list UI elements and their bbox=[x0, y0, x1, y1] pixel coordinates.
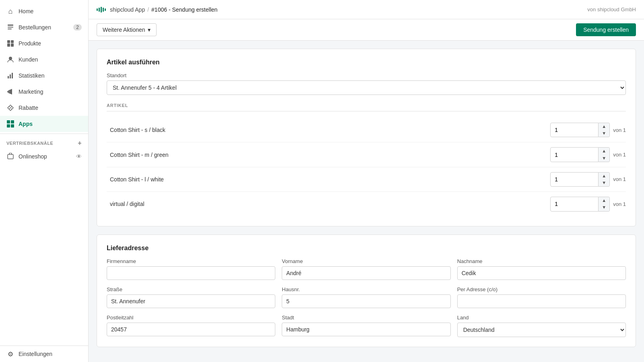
von-label: von 1 bbox=[613, 127, 626, 133]
strasse-input[interactable] bbox=[107, 294, 275, 308]
von-label: von 1 bbox=[613, 176, 626, 182]
svg-point-15 bbox=[11, 109, 12, 109]
sidebar-item-statistiken[interactable]: Statistiken bbox=[0, 68, 88, 84]
land-label: Land bbox=[457, 315, 626, 321]
stadt-input[interactable] bbox=[282, 323, 450, 336]
lieferadresse-title: Lieferadresse bbox=[107, 245, 626, 252]
qty-wrapper: ▲ ▼ von 1 bbox=[550, 147, 626, 162]
firmenname-input[interactable] bbox=[107, 266, 275, 280]
land-field: Land Deutschland Österreich Schweiz bbox=[457, 315, 626, 337]
qty-input[interactable] bbox=[550, 197, 599, 211]
qty-group: ▲ ▼ bbox=[550, 123, 610, 137]
onlineshop-visibility-icon[interactable]: 👁 bbox=[76, 153, 82, 160]
qty-down-button[interactable]: ▼ bbox=[599, 155, 609, 162]
postleitzahl-field: Postleitzahl bbox=[107, 315, 275, 337]
artikel-card: Artikel ausführen Standort St. Annenufer… bbox=[97, 49, 636, 226]
svg-rect-5 bbox=[7, 40, 10, 43]
lieferadresse-form-row3: Postleitzahl Stadt Land Deutschland Öste… bbox=[107, 315, 626, 337]
qty-input[interactable] bbox=[550, 147, 599, 162]
standort-select[interactable]: St. Annenufer 5 - 4 Artikel bbox=[107, 80, 626, 95]
provider-label: von shipcloud GmbH bbox=[587, 6, 636, 12]
sidebar-item-home[interactable]: ⌂ Home bbox=[0, 3, 88, 19]
hausnr-field: Hausnr. bbox=[282, 286, 450, 308]
qty-up-button[interactable]: ▲ bbox=[599, 197, 609, 204]
svg-rect-0 bbox=[8, 25, 13, 26]
qty-group: ▲ ▼ bbox=[550, 197, 610, 211]
table-row: virtual / digital ▲ ▼ von 1 bbox=[107, 192, 626, 216]
article-name: virtual / digital bbox=[107, 201, 550, 207]
qty-group: ▲ ▼ bbox=[550, 147, 610, 162]
sidebar-item-settings[interactable]: ⚙ Einstellungen bbox=[0, 346, 88, 362]
marketing-icon bbox=[6, 88, 14, 96]
sidebar-item-produkte[interactable]: Produkte bbox=[0, 35, 88, 51]
sidebar: ⌂ Home Bestellungen 2 Produkte Kunden bbox=[0, 0, 89, 362]
svg-rect-16 bbox=[8, 154, 13, 159]
page-content: Artikel ausführen Standort St. Annenufer… bbox=[89, 41, 644, 362]
top-bar: shipcloud App / #1006 - Sendung erstelle… bbox=[89, 0, 644, 19]
sidebar-item-bestellungen[interactable]: Bestellungen 2 bbox=[0, 19, 88, 35]
sidebar-item-marketing[interactable]: Marketing bbox=[0, 84, 88, 100]
add-channel-icon[interactable]: + bbox=[78, 140, 82, 147]
svg-rect-10 bbox=[12, 73, 13, 78]
stadt-field: Stadt bbox=[282, 315, 450, 337]
products-icon bbox=[6, 39, 14, 47]
sidebar-item-onlineshop[interactable]: Onlineshop 👁 bbox=[0, 148, 88, 165]
artikel-header: ARTIKEL bbox=[107, 103, 626, 111]
svg-rect-2 bbox=[8, 29, 12, 29]
vertriebskanaele-section: VERTRIEBSKANÄLE + bbox=[0, 136, 88, 148]
qty-up-button[interactable]: ▲ bbox=[599, 123, 609, 130]
sidebar-item-rabatte[interactable]: Rabatte bbox=[0, 100, 88, 116]
svg-point-12 bbox=[7, 91, 9, 93]
strasse-label: Straße bbox=[107, 286, 275, 292]
nachname-field: Nachname bbox=[457, 258, 626, 280]
vorname-input[interactable] bbox=[282, 266, 450, 280]
firmenname-label: Firmenname bbox=[107, 258, 275, 264]
svg-rect-3 bbox=[7, 43, 10, 47]
qty-down-button[interactable]: ▼ bbox=[599, 204, 609, 211]
qty-wrapper: ▲ ▼ von 1 bbox=[550, 172, 626, 187]
onlineshop-icon bbox=[6, 152, 14, 160]
nachname-input[interactable] bbox=[457, 266, 626, 280]
qty-input[interactable] bbox=[550, 172, 599, 187]
firmenname-field: Firmenname bbox=[107, 258, 275, 280]
qty-up-button[interactable]: ▲ bbox=[599, 148, 609, 154]
qty-stepper: ▲ ▼ bbox=[599, 147, 610, 162]
postleitzahl-label: Postleitzahl bbox=[107, 315, 275, 321]
postleitzahl-input[interactable] bbox=[107, 323, 275, 336]
svg-point-13 bbox=[9, 107, 10, 107]
customers-icon bbox=[6, 56, 14, 64]
shipcloud-logo bbox=[97, 7, 106, 12]
svg-rect-4 bbox=[11, 43, 14, 47]
svg-rect-6 bbox=[11, 40, 14, 43]
qty-wrapper: ▲ ▼ von 1 bbox=[550, 197, 626, 211]
table-row: Cotton Shirt - s / black ▲ ▼ von 1 bbox=[107, 118, 626, 142]
svg-rect-9 bbox=[10, 74, 11, 78]
von-label: von 1 bbox=[613, 152, 626, 158]
land-select[interactable]: Deutschland Österreich Schweiz bbox=[457, 323, 626, 337]
svg-point-7 bbox=[9, 57, 12, 60]
qty-wrapper: ▲ ▼ von 1 bbox=[550, 123, 626, 137]
lieferadresse-form-row2: Straße Hausnr. Per Adresse (c/o) bbox=[107, 286, 626, 308]
weitere-aktionen-button[interactable]: Weitere Aktionen ▾ bbox=[97, 23, 157, 36]
per-adresse-input[interactable] bbox=[457, 294, 626, 308]
svg-rect-1 bbox=[8, 27, 13, 28]
home-icon: ⌂ bbox=[6, 7, 14, 15]
page-title: #1006 - Sendung erstellen bbox=[151, 6, 217, 13]
qty-input[interactable] bbox=[550, 123, 599, 137]
qty-down-button[interactable]: ▼ bbox=[599, 130, 609, 137]
qty-up-button[interactable]: ▲ bbox=[599, 173, 609, 179]
sidebar-item-kunden[interactable]: Kunden bbox=[0, 51, 88, 68]
table-row: Cotton Shirt - l / white ▲ ▼ von 1 bbox=[107, 167, 626, 192]
app-name: shipcloud App bbox=[110, 6, 145, 13]
orders-icon bbox=[6, 23, 14, 31]
hausnr-input[interactable] bbox=[282, 294, 450, 308]
qty-down-button[interactable]: ▼ bbox=[599, 179, 609, 186]
dropdown-arrow-icon: ▾ bbox=[148, 27, 151, 33]
qty-stepper: ▲ ▼ bbox=[599, 197, 610, 211]
sendung-erstellen-button[interactable]: Sendung erstellen bbox=[576, 23, 636, 36]
strasse-field: Straße bbox=[107, 286, 275, 308]
discounts-icon bbox=[6, 104, 14, 112]
sidebar-item-apps[interactable]: Apps bbox=[0, 116, 88, 132]
apps-icon bbox=[6, 120, 14, 128]
qty-stepper: ▲ ▼ bbox=[599, 123, 610, 137]
